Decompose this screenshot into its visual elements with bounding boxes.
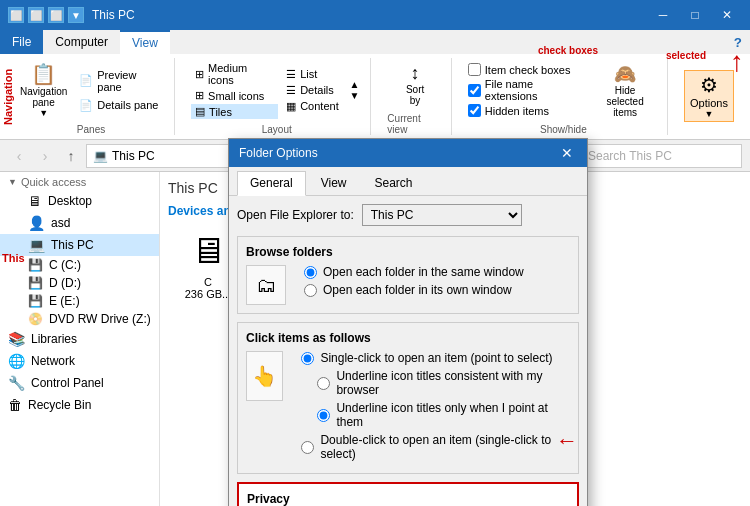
- double-click-row[interactable]: Double-click to open an item (single-cli…: [301, 433, 570, 461]
- this-annotation: This: [2, 252, 25, 264]
- open-to-label: Open File Explorer to:: [237, 208, 354, 222]
- own-window-label: Open each folder in its own window: [323, 283, 512, 297]
- own-window-radio[interactable]: [304, 284, 317, 297]
- underline-browser-radio[interactable]: [317, 377, 330, 390]
- underline-browser-row[interactable]: Underline icon titles consistent with my…: [301, 369, 570, 397]
- open-to-select[interactable]: This PC Quick access: [362, 204, 522, 226]
- checkboxes-annotation: check boxes: [538, 45, 598, 56]
- annotation-arrow-top: ↑: [730, 48, 744, 76]
- navigation-annotation: Navigation: [2, 59, 14, 135]
- dialog-tab-general[interactable]: General: [237, 171, 306, 196]
- single-click-label: Single-click to open an item (point to s…: [320, 351, 552, 365]
- privacy-section: Privacy 🔒 Show recently used files in Qu…: [237, 482, 579, 506]
- dialog-title: Folder Options: [239, 146, 557, 160]
- selected-annotation: selected: [666, 50, 706, 61]
- selected-text: selected: [666, 50, 706, 61]
- underline-point-row[interactable]: Underline icon titles only when I point …: [301, 401, 570, 429]
- open-to-row: Open File Explorer to: This PC Quick acc…: [237, 204, 579, 226]
- up-arrow-icon: ↑: [730, 48, 744, 76]
- annotation-arrow-mid: ←: [556, 428, 578, 454]
- browse-options: Open each folder in the same window Open…: [304, 265, 524, 301]
- underline-point-radio[interactable]: [317, 409, 330, 422]
- dialog-title-bar: Folder Options ✕: [229, 139, 587, 167]
- own-window-row[interactable]: Open each folder in its own window: [304, 283, 524, 297]
- click-image: 👆: [246, 351, 283, 401]
- this-text: This: [2, 252, 25, 264]
- dialog-overlay: Folder Options ✕ General View Search Ope…: [0, 0, 750, 506]
- browse-folders-label: Browse folders: [246, 245, 570, 259]
- underline-browser-label: Underline icon titles consistent with my…: [336, 369, 570, 397]
- same-window-radio[interactable]: [304, 266, 317, 279]
- privacy-title: Privacy: [247, 492, 569, 506]
- dialog-close-button[interactable]: ✕: [557, 145, 577, 161]
- dialog-tab-view[interactable]: View: [308, 171, 360, 195]
- browse-folders-section: Browse folders 🗂 Open each folder in the…: [237, 236, 579, 314]
- click-items-section: Click items as follows 👆 Single-click to…: [237, 322, 579, 474]
- browse-content: 🗂 Open each folder in the same window Op…: [246, 265, 570, 305]
- double-click-label: Double-click to open an item (single-cli…: [320, 433, 570, 461]
- single-click-row[interactable]: Single-click to open an item (point to s…: [301, 351, 570, 365]
- dialog-body: Open File Explorer to: This PC Quick acc…: [229, 196, 587, 506]
- dialog-tabs: General View Search: [229, 167, 587, 196]
- click-items-label: Click items as follows: [246, 331, 570, 345]
- left-arrow-icon: ←: [556, 428, 578, 454]
- single-click-radio[interactable]: [301, 352, 314, 365]
- folder-options-dialog: Folder Options ✕ General View Search Ope…: [228, 138, 588, 506]
- same-window-label: Open each folder in the same window: [323, 265, 524, 279]
- underline-point-label: Underline icon titles only when I point …: [336, 401, 570, 429]
- click-content: 👆 Single-click to open an item (point to…: [246, 351, 570, 465]
- navigation-text: Navigation: [2, 69, 14, 125]
- checkboxes-text: check boxes: [538, 45, 598, 56]
- double-click-radio[interactable]: [301, 441, 314, 454]
- browse-image: 🗂: [246, 265, 286, 305]
- click-options: Single-click to open an item (point to s…: [301, 351, 570, 465]
- same-window-row[interactable]: Open each folder in the same window: [304, 265, 524, 279]
- dialog-tab-search[interactable]: Search: [362, 171, 426, 195]
